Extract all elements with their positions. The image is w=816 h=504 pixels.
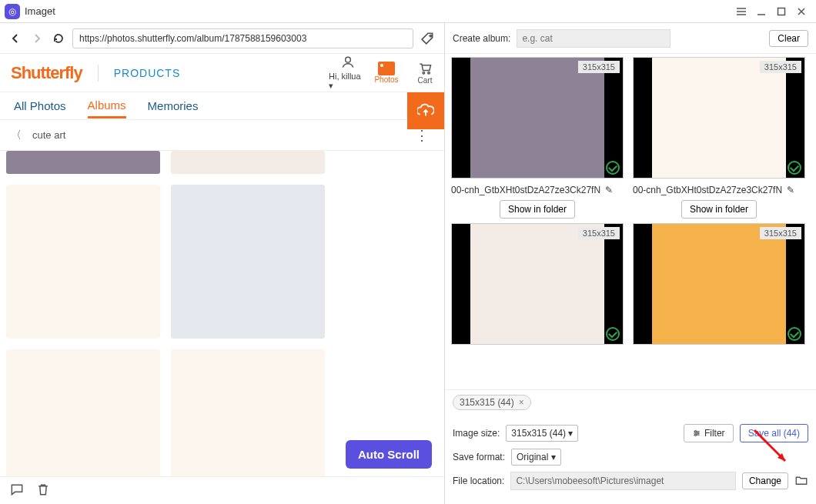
result-card: 315x315 00-cnh_GtbXHt0stDzA27ze3Ck27fN ✎… <box>451 57 624 219</box>
gallery-thumbnail[interactable] <box>6 151 160 174</box>
chat-icon[interactable] <box>9 482 25 500</box>
create-album-label: Create album: <box>453 33 510 44</box>
result-thumbnail[interactable]: 315x315 <box>633 57 805 179</box>
cart-icon <box>417 61 433 76</box>
size-badge: 315x315 <box>578 227 620 239</box>
filter-label: Filter <box>704 428 725 439</box>
photos-icon <box>378 62 395 75</box>
photos-column[interactable]: Photos <box>367 62 406 84</box>
save-format-label: Save format: <box>453 452 505 462</box>
gallery-thumbnail[interactable] <box>171 349 325 476</box>
divider <box>98 65 99 82</box>
svg-point-2 <box>346 57 351 62</box>
downloader-pane: Create album: Clear 315x315 00-cnh_GtbXH… <box>445 23 816 504</box>
gallery-thumbnail[interactable] <box>6 185 160 339</box>
change-location-button[interactable]: Change <box>742 472 788 489</box>
show-in-folder-button[interactable]: Show in folder <box>500 200 575 219</box>
tab-all-photos[interactable]: All Photos <box>14 95 66 117</box>
app-icon: ◎ <box>5 4 20 19</box>
cart-label: Cart <box>418 76 433 85</box>
breadcrumb-label: cute art <box>32 129 65 141</box>
edit-filename-icon[interactable]: ✎ <box>605 185 613 195</box>
edit-filename-icon[interactable]: ✎ <box>787 185 794 195</box>
file-location-label: File location: <box>453 476 504 486</box>
svg-point-5 <box>694 431 696 432</box>
tab-memories[interactable]: Memories <box>148 95 199 117</box>
nav-forward-button[interactable] <box>29 31 45 46</box>
result-thumbnail[interactable]: 315x315 <box>451 223 624 345</box>
svg-point-7 <box>694 434 696 436</box>
chip-remove-icon[interactable]: × <box>519 397 524 408</box>
left-bottom-bar <box>0 476 444 504</box>
svg-point-6 <box>697 432 698 434</box>
breadcrumb-back-icon[interactable]: 〈 <box>11 129 22 142</box>
check-icon <box>788 161 801 175</box>
result-thumbnail[interactable]: 315x315 <box>633 223 805 345</box>
result-card: 315x315 <box>633 223 805 345</box>
site-header: Shutterfly PRODUCTS Hi, killua ▾ Photos … <box>0 54 444 92</box>
filter-button[interactable]: Filter <box>684 424 734 442</box>
shutterfly-logo[interactable]: Shutterfly <box>11 63 82 83</box>
gallery-thumbnail[interactable] <box>171 151 325 174</box>
open-folder-icon[interactable] <box>794 473 808 489</box>
app-title: Imaget <box>25 5 731 17</box>
check-icon <box>788 327 801 341</box>
tab-albums[interactable]: Albums <box>88 94 126 118</box>
greeting-text: Hi, killua ▾ <box>329 72 367 91</box>
svg-point-1 <box>430 35 431 36</box>
nav-back-button[interactable] <box>8 31 23 46</box>
image-size-label: Image size: <box>453 428 500 439</box>
check-icon <box>606 161 620 175</box>
window-titlebar: ◎ Imaget <box>0 0 816 23</box>
hamburger-menu-icon[interactable] <box>731 3 751 20</box>
browser-pane: Shutterfly PRODUCTS Hi, killua ▾ Photos … <box>0 23 445 504</box>
window-maximize-button[interactable] <box>771 3 791 20</box>
save-all-button[interactable]: Save all (44) <box>740 424 808 442</box>
album-gallery: Auto Scroll <box>0 151 444 476</box>
create-album-row: Create album: Clear <box>445 23 816 54</box>
trash-icon[interactable] <box>35 482 51 500</box>
svg-point-3 <box>423 72 425 75</box>
result-card: 315x315 <box>451 223 624 345</box>
size-badge: 315x315 <box>578 61 620 73</box>
user-icon <box>340 55 356 70</box>
window-close-button[interactable] <box>791 3 811 20</box>
auto-scroll-button[interactable]: Auto Scroll <box>346 440 432 469</box>
photo-tabs: All Photos Albums Memories <box>0 92 444 120</box>
right-controls: 315x315 (44) × Image size: 315x315 (44) … <box>445 389 816 504</box>
file-location-input[interactable] <box>510 472 736 490</box>
account-column[interactable]: Hi, killua ▾ <box>329 55 367 91</box>
nav-reload-button[interactable] <box>51 31 66 46</box>
sliders-icon <box>692 429 701 438</box>
url-input[interactable] <box>72 28 413 48</box>
image-size-select[interactable]: 315x315 (44) ▾ <box>506 425 578 442</box>
cart-column[interactable]: Cart <box>406 61 444 85</box>
size-badge: 315x315 <box>760 227 801 239</box>
create-album-input[interactable] <box>517 29 671 48</box>
chip-label: 315x315 (44) <box>460 397 514 408</box>
gallery-thumbnail[interactable] <box>171 185 325 339</box>
filename-text: 00-cnh_GtbXHt0stDzA27ze3Ck27fN <box>451 185 600 195</box>
price-tag-icon[interactable] <box>420 30 436 47</box>
result-thumbnail[interactable]: 315x315 <box>451 57 624 179</box>
products-link[interactable]: PRODUCTS <box>114 67 181 79</box>
more-options-icon[interactable]: ⋮ <box>415 127 429 144</box>
filename-text: 00-cnh_GtbXHt0stDzA27ze3Ck27fN <box>633 185 782 195</box>
photos-label: Photos <box>374 75 398 84</box>
save-format-select[interactable]: Original ▾ <box>511 449 561 466</box>
check-icon <box>606 327 620 341</box>
gallery-thumbnail[interactable] <box>6 349 160 476</box>
clear-button[interactable]: Clear <box>769 30 808 47</box>
result-card: 315x315 00-cnh_GtbXHt0stDzA27ze3Ck27fN ✎… <box>633 57 805 219</box>
window-minimize-button[interactable] <box>751 3 771 20</box>
breadcrumb: 〈 cute art ⋮ <box>0 120 444 151</box>
svg-point-4 <box>428 72 430 75</box>
show-in-folder-button[interactable]: Show in folder <box>681 200 757 219</box>
address-bar-row <box>0 23 444 54</box>
svg-rect-0 <box>778 8 785 15</box>
size-badge: 315x315 <box>760 61 801 73</box>
results-grid: 315x315 00-cnh_GtbXHt0stDzA27ze3Ck27fN ✎… <box>445 54 816 389</box>
size-filter-chip[interactable]: 315x315 (44) × <box>453 395 531 410</box>
